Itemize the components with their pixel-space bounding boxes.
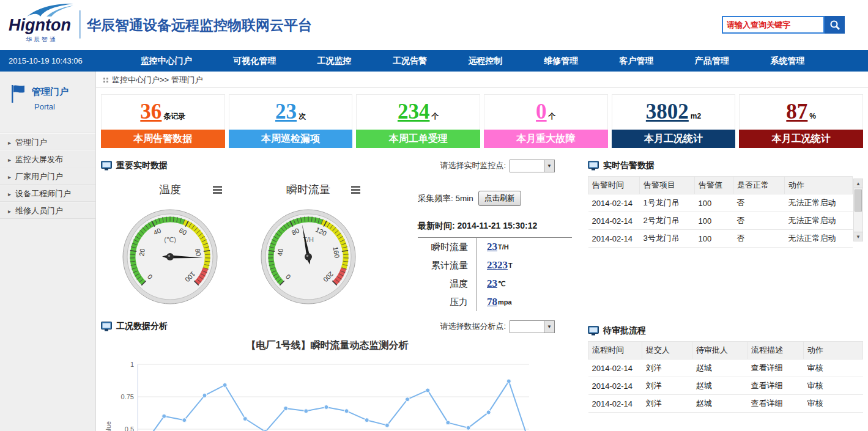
audit-link[interactable]: 审核	[804, 359, 863, 377]
flow-time-cell: 2014-02-14	[588, 359, 642, 377]
search-input[interactable]	[722, 16, 825, 34]
metric-value: 23	[487, 241, 497, 253]
alarm-normal-cell: 否	[733, 230, 785, 248]
scroll-down-icon[interactable]: ▼	[854, 232, 862, 241]
stat-card-weekly-inspection-misses[interactable]: 23次 本周巡检漏项	[229, 94, 353, 148]
alarm-table: 告警时间 告警项目 告警值 是否正常 动作 2014-02-14 1号龙门吊 1…	[588, 176, 853, 248]
monitor-icon	[588, 161, 599, 171]
approval-col-header[interactable]: 流程描述	[747, 342, 804, 359]
gauge-title: 温度	[159, 183, 181, 196]
nav-item-monitor-center[interactable]: 监控中心门户	[141, 56, 192, 67]
stat-card-weekly-workorders[interactable]: 234个 本周工单受理	[356, 94, 480, 148]
nav-item-product[interactable]: 产品管理	[695, 56, 729, 67]
analysis-point-select[interactable]: ▼	[510, 320, 555, 333]
approval-col-header[interactable]: 提交人	[642, 342, 692, 359]
nav-item-customer[interactable]: 客户管理	[619, 56, 653, 67]
sidebar-item-factory-portal[interactable]: ▸厂家用户门户	[0, 168, 95, 185]
flag-icon	[10, 84, 26, 105]
stat-card-weekly-alarms[interactable]: 36条记录 本周告警数据	[101, 94, 225, 148]
portal-block: 管理门户 Portal	[0, 72, 95, 133]
realtime-point-select[interactable]: ▼	[510, 160, 555, 172]
nav-item-system[interactable]: 系统管理	[770, 56, 804, 67]
top-header: Hignton 华辰智通 华辰智通设备远程监控物联网云平台	[0, 0, 868, 50]
refresh-button[interactable]: 点击刷新	[478, 191, 521, 206]
site-title: 华辰智通设备远程监控物联网云平台	[87, 16, 312, 35]
breadcrumb[interactable]: 监控中心门户>> 管理门户	[96, 72, 868, 88]
triangle-bullet-icon: ▸	[8, 191, 11, 197]
approval-table: 流程时间 提交人 待审批人 流程描述 动作 2014-02-14 刘洋 赵城 查…	[588, 341, 863, 413]
scroll-up-icon[interactable]: ▲	[854, 179, 862, 188]
approval-row: 2014-02-14 刘洋 赵城 查看详细 审核	[588, 395, 863, 413]
stat-card-monthly-condition-area[interactable]: 3802m2 本月工况统计	[612, 94, 736, 148]
stat-label: 本周工单受理	[356, 130, 480, 148]
chart-menu-icon[interactable]	[213, 186, 222, 195]
alarm-time-cell: 2014-02-14	[588, 212, 640, 230]
sidebar-item-bigscreen-publish[interactable]: ▸监控大屏发布	[0, 150, 95, 168]
metric-row: 压力 78mpa	[418, 293, 572, 311]
sidebar: 管理门户 Portal ▸管理门户 ▸监控大屏发布 ▸厂家用户门户 ▸设备工程师…	[0, 72, 96, 431]
section-title: 待审批流程	[603, 325, 646, 336]
stat-unit: 个	[549, 112, 556, 120]
collect-frequency-label: 采集频率: 5min	[418, 193, 473, 204]
stat-unit: m2	[691, 112, 701, 120]
stat-card-monthly-condition-pct[interactable]: 87% 本月工况统计	[739, 94, 863, 148]
sidebar-item-admin-portal[interactable]: ▸管理门户	[0, 133, 95, 150]
alarm-col-header[interactable]: 告警值	[695, 177, 733, 194]
main-content: 监控中心门户>> 管理门户 36条记录 本周告警数据 23次 本周巡检漏项 23…	[96, 72, 868, 431]
flow-time-cell: 2014-02-14	[588, 377, 642, 395]
flow-gauge: 04080120160200T/H	[259, 208, 357, 306]
alarm-col-header[interactable]: 告警项目	[640, 177, 695, 194]
nav-item-maintenance[interactable]: 维修管理	[544, 56, 578, 67]
alarm-col-header[interactable]: 是否正常	[733, 177, 785, 194]
audit-link[interactable]: 审核	[804, 395, 863, 413]
view-detail-link[interactable]: 查看详细	[747, 377, 804, 395]
view-detail-link[interactable]: 查看详细	[747, 359, 804, 377]
approval-section-header: 待审批流程	[588, 323, 863, 339]
svg-text:value: value	[105, 421, 112, 431]
alarm-row[interactable]: 2014-02-14 3号龙门吊 100 否 无法正常启动	[588, 230, 853, 248]
search-button[interactable]	[825, 16, 845, 34]
svg-text:1: 1	[130, 361, 134, 368]
svg-text:0.5: 0.5	[125, 425, 134, 431]
scrollbar-thumb[interactable]	[855, 190, 862, 212]
approval-row: 2014-02-14 刘洋 赵城 查看详细 审核	[588, 359, 863, 377]
latest-time-label: 最新时间: 2014-11-21 15:30:12	[418, 221, 572, 238]
alarm-action-cell: 无法正常启动	[785, 212, 853, 230]
stat-label: 本周巡检漏项	[229, 130, 353, 148]
nav-item-visualization[interactable]: 可视化管理	[233, 56, 276, 67]
stat-value: 23	[275, 100, 297, 123]
alarm-item-cell: 2号龙门吊	[640, 212, 695, 230]
sidebar-item-engineer-portal[interactable]: ▸设备工程师门户	[0, 185, 95, 202]
nav-item-condition-alarm[interactable]: 工况告警	[393, 56, 427, 67]
approval-col-header[interactable]: 流程时间	[588, 342, 642, 359]
nav-item-condition-monitor[interactable]: 工况监控	[317, 56, 352, 67]
temperature-gauge: 020406080100(℃)	[121, 208, 219, 306]
alarm-normal-cell: 否	[733, 212, 785, 230]
triangle-bullet-icon: ▸	[8, 139, 11, 146]
approval-col-header[interactable]: 动作	[804, 342, 863, 359]
approval-col-header[interactable]: 待审批人	[692, 342, 747, 359]
alarm-row[interactable]: 2014-02-14 1号龙门吊 100 否 无法正常启动	[588, 194, 853, 212]
alarm-col-header[interactable]: 动作	[785, 177, 853, 194]
svg-text:20: 20	[138, 248, 146, 257]
logo[interactable]: Hignton 华辰智通	[7, 2, 81, 48]
alarm-row[interactable]: 2014-02-14 2号龙门吊 100 否 无法正常启动	[588, 212, 853, 230]
stat-card-monthly-major-faults[interactable]: 0个 本月重大故障	[484, 94, 608, 148]
breadcrumb-dots-icon	[103, 78, 105, 79]
view-detail-link[interactable]: 查看详细	[747, 395, 804, 413]
nav-item-remote-control[interactable]: 远程控制	[468, 56, 502, 67]
alarm-section-header: 实时告警数据	[588, 158, 863, 174]
audit-link[interactable]: 审核	[804, 377, 863, 395]
sidebar-item-maintainer-portal[interactable]: ▸维修人员门户	[0, 202, 95, 219]
section-title: 工况数据分析	[116, 321, 168, 332]
stat-label: 本周告警数据	[101, 130, 225, 148]
metric-row: 瞬时流量 23T/H	[418, 238, 572, 256]
realtime-select-label: 请选择实时监控点:	[440, 160, 506, 171]
chart-menu-icon[interactable]	[351, 186, 360, 195]
stat-unit: %	[809, 112, 816, 120]
svg-text:0.75: 0.75	[121, 393, 134, 400]
metric-row: 累计流量 2323T	[418, 256, 572, 274]
alarm-scrollbar[interactable]: ▲ ▼	[853, 179, 863, 241]
alarm-col-header[interactable]: 告警时间	[588, 177, 640, 194]
approver-cell: 赵城	[692, 377, 747, 395]
